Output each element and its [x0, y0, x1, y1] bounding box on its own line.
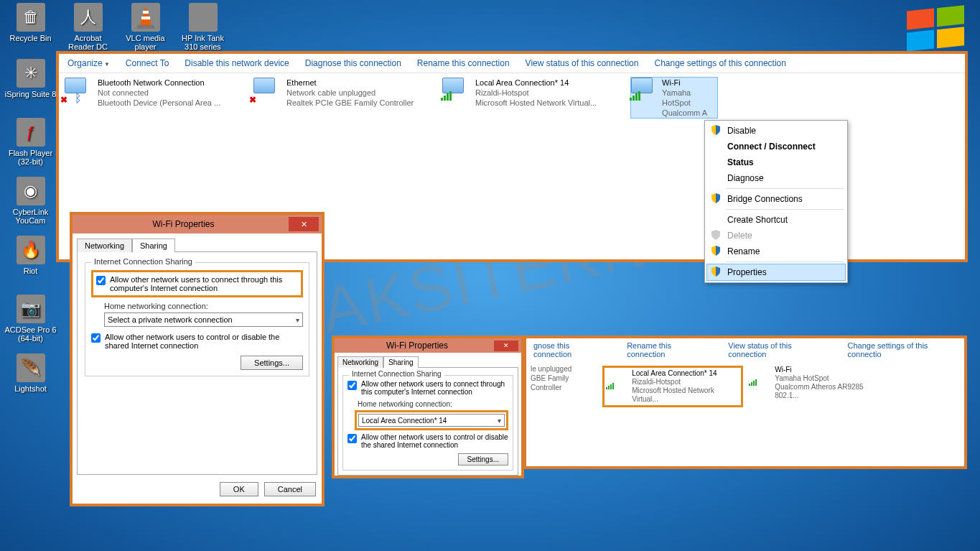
- checkbox-input[interactable]: [91, 333, 101, 343]
- checkbox-input[interactable]: [347, 381, 357, 390]
- menu-bridge[interactable]: Bridge Connections: [707, 191, 845, 207]
- checkbox-allow-control[interactable]: Allow other network users to control or …: [347, 433, 508, 449]
- network-icon: [749, 366, 771, 407]
- menu-status[interactable]: Status: [707, 154, 845, 170]
- toolbar-change-settings[interactable]: Change settings of this connection: [654, 58, 785, 68]
- menu-label: Delete: [727, 231, 752, 241]
- toolbar-diagnose[interactable]: gnose this connection: [533, 341, 605, 358]
- checkbox-label: Allow other network users to control or …: [361, 433, 508, 449]
- tab-body: Internet Connection Sharing Allow other …: [77, 251, 317, 475]
- cancel-button[interactable]: Cancel: [264, 482, 316, 496]
- ok-button[interactable]: OK: [220, 482, 258, 496]
- svg-rect-5: [143, 11, 149, 14]
- menu-label: Rename: [727, 246, 760, 256]
- menu-rename[interactable]: Rename: [707, 244, 845, 259]
- network-icon: [442, 78, 471, 102]
- desktop-icon-label: iSpring Suite 8: [4, 90, 57, 98]
- tab-networking[interactable]: Networking: [77, 239, 132, 252]
- desktop-icon-recycle-bin[interactable]: 🗑Recycle Bin: [4, 3, 57, 42]
- close-button[interactable]: ✕: [289, 217, 319, 231]
- close-button[interactable]: ✕: [494, 341, 518, 351]
- home-connection-label: Home networking connection:: [358, 400, 508, 408]
- desktop-icon-label: Acrobat Reader DC: [61, 34, 115, 51]
- checkbox-input[interactable]: [347, 434, 357, 443]
- desktop-icon-label: Lightshot: [4, 384, 57, 393]
- toolbar-disable[interactable]: Disable this network device: [185, 58, 289, 68]
- menu-delete: Delete: [707, 228, 845, 244]
- checkbox-allow-control[interactable]: Allow other network users to control or …: [91, 333, 303, 350]
- menu-properties[interactable]: Properties: [707, 264, 845, 280]
- menu-label: Connect / Disconnect: [727, 142, 816, 152]
- desktop-icon-riot[interactable]: 🔥Riot: [4, 236, 57, 275]
- titlebar[interactable]: Wi-Fi Properties ✕: [73, 215, 322, 233]
- tab-sharing[interactable]: Sharing: [383, 356, 418, 368]
- desktop-icon-youcam[interactable]: ◉CyberLink YouCam: [4, 177, 57, 225]
- titlebar[interactable]: Wi-Fi Properties ✕: [335, 338, 521, 353]
- desktop-icon-lightshot[interactable]: 🪶Lightshot: [4, 353, 57, 393]
- toolbar-view-status[interactable]: View status of this connection: [526, 58, 639, 68]
- shield-icon: [711, 246, 721, 256]
- desktop-icon-label: Flash Player (32-bit): [4, 149, 57, 166]
- desktop-icon-label: Riot: [4, 267, 57, 275]
- svg-rect-12: [630, 98, 632, 101]
- desktop-icon-ispring[interactable]: ✳iSpring Suite 8: [4, 59, 57, 98]
- desktop-icon-hp[interactable]: HP Ink Tank 310 series: [176, 3, 230, 51]
- toolbar: Organize Connect To Disable this network…: [59, 54, 965, 73]
- toolbar-connect-to[interactable]: Connect To: [126, 58, 169, 68]
- shield-icon: [711, 230, 721, 240]
- checkbox-label: Allow other network users to connect thr…: [110, 275, 298, 292]
- toolbar-view-status[interactable]: View status of this connection: [728, 341, 826, 358]
- home-connection-select[interactable]: Local Area Connection* 14: [358, 414, 505, 427]
- tabs: NetworkingSharing: [335, 353, 521, 367]
- highlight-local-area-connection[interactable]: Local Area Connection* 14Rizaldi-Hotspot…: [602, 366, 743, 407]
- network-icon: [631, 78, 658, 102]
- home-connection-select[interactable]: Select a private network connection: [104, 312, 303, 327]
- svg-marker-4: [140, 6, 151, 25]
- checkbox-allow-connect[interactable]: Allow other network users to connect thr…: [96, 275, 298, 292]
- dialog-button-row: OK Cancel: [73, 475, 322, 504]
- group-legend: Internet Connection Sharing: [91, 257, 195, 266]
- highlight-allow-connect: Allow other network users to connect thr…: [91, 270, 303, 297]
- menu-create-shortcut[interactable]: Create Shortcut: [707, 212, 845, 228]
- menu-label: Diagnose: [727, 173, 764, 183]
- toolbar-rename[interactable]: Rename this connection: [627, 341, 706, 358]
- desktop-icon-acrobat[interactable]: 人Acrobat Reader DC: [61, 3, 115, 51]
- shield-icon: [711, 125, 721, 135]
- svg-rect-20: [749, 384, 750, 386]
- connection-device: Microsoft Hosted Network Virtual...: [475, 98, 597, 108]
- toolbar-organize[interactable]: Organize: [67, 58, 110, 68]
- connection-device: Qualcomm A: [662, 108, 717, 118]
- desktop-icon-acdsee[interactable]: 📷ACDSee Pro 6 (64-bit): [4, 295, 57, 343]
- settings-button[interactable]: Settings...: [241, 356, 303, 370]
- connection-name: Wi-Fi: [775, 366, 887, 374]
- connection-local-area-14[interactable]: Local Area Connection* 14Rizaldi-Hotspot…: [442, 78, 625, 118]
- toolbar-rename[interactable]: Rename this connection: [417, 58, 510, 68]
- menu-label: Disable: [727, 126, 756, 136]
- connection-wifi[interactable]: Wi-FiYamaha HotSpotQualcomm Atheros AR92…: [747, 364, 888, 409]
- desktop-icon-flash[interactable]: ƒFlash Player (32-bit): [4, 118, 57, 166]
- menu-disable[interactable]: Disable: [707, 123, 845, 139]
- signal-bars-icon: [749, 379, 771, 388]
- connection-bluetooth[interactable]: ✖ᛒ Bluetooth Network ConnectionNot conne…: [65, 78, 248, 118]
- svg-rect-23: [755, 379, 757, 386]
- connection-wifi[interactable]: Wi-FiYamaha HotSpotQualcomm A: [631, 78, 717, 118]
- tabs: NetworkingSharing: [73, 233, 322, 251]
- windows-logo: [904, 4, 969, 55]
- checkbox-allow-connect[interactable]: Allow other network users to connect thr…: [347, 380, 508, 396]
- cropped-text: le unpluggedGBE Family Controller: [531, 364, 598, 409]
- toolbar-change-settings[interactable]: Change settings of this connectio: [847, 341, 957, 358]
- connection-ethernet[interactable]: ✖ EthernetNetwork cable unpluggedRealtek…: [253, 78, 437, 118]
- connection-status: Rizaldi-Hotspot: [632, 378, 739, 386]
- svg-rect-1: [937, 5, 964, 27]
- menu-connect-disconnect[interactable]: Connect / Disconnect: [707, 139, 845, 154]
- menu-diagnose[interactable]: Diagnose: [707, 170, 845, 186]
- tab-sharing[interactable]: Sharing: [132, 239, 175, 252]
- tab-networking[interactable]: Networking: [337, 356, 383, 368]
- connection-name: Ethernet: [286, 78, 414, 88]
- wifi-properties-dialog-1: Wi-Fi Properties ✕ NetworkingSharing Int…: [70, 212, 325, 506]
- checkbox-input[interactable]: [96, 276, 106, 285]
- desktop-icon-vlc[interactable]: VLC media player: [118, 3, 172, 51]
- settings-button[interactable]: Settings...: [458, 453, 508, 466]
- toolbar-diagnose[interactable]: Diagnose this connection: [305, 58, 401, 68]
- menu-label: Properties: [727, 267, 767, 277]
